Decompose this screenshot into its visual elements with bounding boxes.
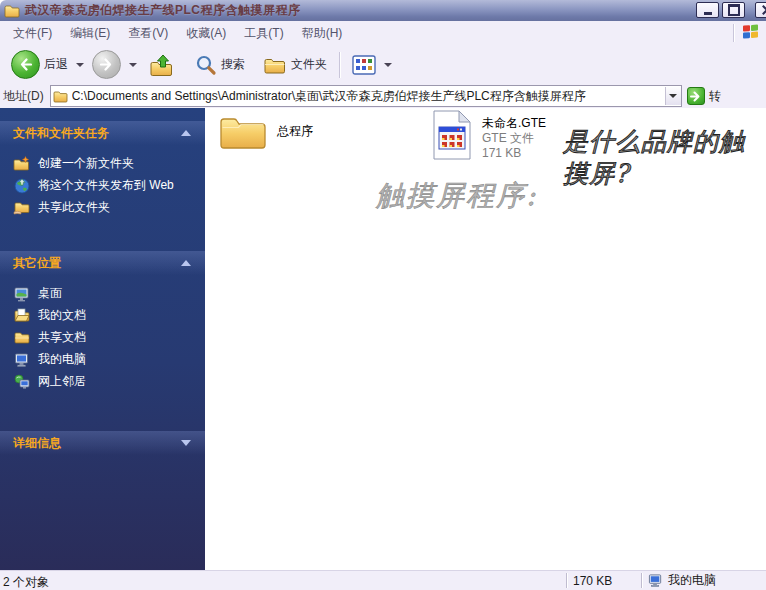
window-title: 武汉帝森克虏伯焊接生产线PLC程序含触摸屏程序 — [25, 2, 301, 19]
explorer-window: 武汉帝森克虏伯焊接生产线PLC程序含触摸屏程序 文件(F) 编辑(E) 查看(V… — [0, 0, 766, 590]
place-network-places[interactable]: 网上邻居 — [13, 372, 201, 391]
close-icon — [762, 5, 766, 15]
gte-file-icon — [431, 109, 473, 161]
folders-button[interactable]: 文件夹 — [258, 51, 332, 79]
views-button[interactable] — [347, 51, 381, 79]
status-location: 我的电脑 — [648, 572, 716, 589]
publish-to-web-icon — [13, 177, 30, 194]
desktop-icon — [13, 285, 30, 302]
menu-edit[interactable]: 编辑(E) — [61, 22, 119, 45]
place-desktop[interactable]: 桌面 — [13, 284, 201, 303]
panel-title: 文件和文件夹任务 — [13, 125, 109, 142]
main-area: 文件和文件夹任务 创建一个新文件夹 — [0, 108, 766, 571]
menu-favorites[interactable]: 收藏(A) — [177, 22, 235, 45]
go-area: 转 — [687, 87, 721, 105]
annotation-touchscreen-program: 触摸屏程序: — [376, 177, 537, 215]
panel-other-places-header[interactable]: 其它位置 — [0, 251, 205, 275]
panel-details-header[interactable]: 详细信息 — [0, 431, 205, 455]
my-computer-icon — [648, 573, 663, 588]
task-create-new-folder[interactable]: 创建一个新文件夹 — [13, 154, 201, 173]
annotation-what-brand: 是什么品牌的触摸屏? — [563, 126, 761, 190]
place-label: 网上邻居 — [38, 373, 86, 390]
task-label: 将这个文件夹发布到 Web — [38, 177, 174, 194]
task-label: 创建一个新文件夹 — [38, 155, 134, 172]
menubar-separator — [733, 24, 734, 42]
back-label: 后退 — [44, 56, 68, 73]
back-icon — [11, 50, 40, 79]
address-dropdown-button[interactable] — [665, 87, 681, 105]
panel-file-tasks-header[interactable]: 文件和文件夹任务 — [0, 121, 205, 145]
address-folder-icon — [53, 90, 68, 103]
place-my-documents[interactable]: 我的文档 — [13, 306, 201, 325]
address-bar: 地址(D) C:\Documents and Settings\Administ… — [0, 84, 766, 109]
title-bar[interactable]: 武汉帝森克虏伯焊接生产线PLC程序含触摸屏程序 — [0, 0, 766, 21]
forward-icon — [92, 50, 121, 79]
folders-label: 文件夹 — [291, 56, 327, 73]
panel-title: 其它位置 — [13, 255, 61, 272]
back-dropdown-icon[interactable] — [76, 63, 84, 67]
back-button[interactable]: 后退 — [6, 46, 73, 83]
menu-bar: 文件(F) 编辑(E) 查看(V) 收藏(A) 工具(T) 帮助(H) — [0, 21, 766, 46]
menu-tools[interactable]: 工具(T) — [235, 22, 292, 45]
forward-button[interactable] — [87, 46, 126, 83]
status-location-label: 我的电脑 — [668, 572, 716, 589]
search-label: 搜索 — [221, 56, 245, 73]
panel-file-tasks: 文件和文件夹任务 创建一个新文件夹 — [0, 121, 205, 224]
window-controls — [693, 2, 766, 18]
shared-documents-icon — [13, 329, 30, 346]
address-dropdown-icon — [669, 94, 677, 98]
maximize-icon — [728, 4, 740, 16]
address-input[interactable]: C:\Documents and Settings\Administrator\… — [50, 85, 682, 107]
task-publish-to-web[interactable]: 将这个文件夹发布到 Web — [13, 176, 201, 195]
go-label: 转 — [709, 88, 721, 105]
task-label: 共享此文件夹 — [38, 199, 110, 216]
go-arrow-icon — [690, 91, 701, 102]
file-item-gte[interactable]: 未命名.GTE GTE 文件 171 KB — [431, 109, 546, 161]
folder-icon — [218, 111, 268, 151]
status-object-count: 2 个对象 — [3, 574, 49, 590]
statusbar-separator — [566, 573, 567, 588]
share-folder-icon — [13, 199, 30, 216]
up-folder-icon — [149, 53, 175, 77]
task-pane: 文件和文件夹任务 创建一个新文件夹 — [0, 108, 205, 571]
place-label: 共享文档 — [38, 329, 86, 346]
expand-arrow-icon — [181, 440, 191, 446]
panel-title: 详细信息 — [13, 435, 61, 452]
new-folder-icon — [13, 155, 30, 172]
window-folder-icon — [4, 4, 20, 18]
panel-other-places: 其它位置 桌面 — [0, 251, 205, 398]
my-documents-icon — [13, 307, 30, 324]
file-name: 未命名.GTE — [482, 116, 546, 131]
toolbar-separator — [339, 52, 340, 78]
maximize-button[interactable] — [722, 2, 745, 18]
place-label: 我的文档 — [38, 307, 86, 324]
file-type: GTE 文件 — [482, 131, 546, 146]
views-dropdown-icon[interactable] — [384, 63, 392, 67]
place-my-computer[interactable]: 我的电脑 — [13, 350, 201, 369]
file-item-folder[interactable]: 总程序 — [218, 111, 313, 151]
address-path: C:\Documents and Settings\Administrator\… — [72, 88, 665, 105]
place-shared-documents[interactable]: 共享文档 — [13, 328, 201, 347]
collapse-arrow-icon — [181, 130, 191, 136]
minimize-button[interactable] — [696, 2, 719, 18]
go-button[interactable] — [687, 87, 705, 105]
address-label: 地址(D) — [3, 88, 44, 105]
forward-dropdown-icon[interactable] — [129, 63, 137, 67]
menu-file[interactable]: 文件(F) — [4, 22, 61, 45]
file-size: 171 KB — [482, 146, 546, 161]
statusbar-separator — [641, 573, 642, 588]
menu-view[interactable]: 查看(V) — [119, 22, 177, 45]
status-size: 170 KB — [573, 574, 612, 588]
file-list-area: 总程序 — [205, 108, 766, 571]
views-icon — [352, 55, 376, 75]
up-button[interactable] — [144, 49, 180, 81]
close-button[interactable] — [755, 2, 766, 18]
status-bar: 2 个对象 170 KB 我的电脑 — [0, 570, 766, 590]
menu-help[interactable]: 帮助(H) — [293, 22, 352, 45]
place-label: 我的电脑 — [38, 351, 86, 368]
panel-details: 详细信息 — [0, 431, 205, 455]
task-share-folder[interactable]: 共享此文件夹 — [13, 198, 201, 217]
search-button[interactable]: 搜索 — [190, 50, 250, 80]
place-label: 桌面 — [38, 285, 62, 302]
search-icon — [195, 54, 217, 76]
